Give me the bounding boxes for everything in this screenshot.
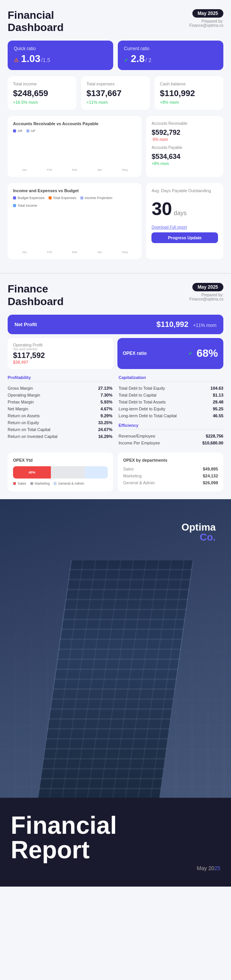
quick-ratio-value: ⚠ 1.03 /1.5 xyxy=(14,53,107,65)
ap-section: Accounts Payable $534,634 +8% mom xyxy=(151,145,218,166)
ar-charts-row: Accounts Receivable vs Accounts Payable … xyxy=(8,116,223,177)
dept-row: General & Admin$26,098 xyxy=(123,479,218,486)
opex-legend: SalesMarketingGeneral & Admin xyxy=(13,482,108,485)
legend-dot xyxy=(30,482,33,485)
op-sublabel: Tax and interest xyxy=(13,347,108,351)
header-right: May 2025 Prepared by: Finance@optima.co xyxy=(189,9,223,28)
efficiency-title: Efficiency xyxy=(119,423,223,430)
kpi-change: +11% mom xyxy=(86,100,145,105)
kpi-card: Total income $248,659 +16.5% mom xyxy=(8,76,76,110)
quick-ratio-label: Quick ratio xyxy=(14,46,107,51)
section2-date-badge: May 2025 xyxy=(192,283,223,291)
net-profit-value: $110,992 xyxy=(156,320,188,328)
section2-header: Finance Dashboard May 2025 Prepared by: … xyxy=(8,283,223,307)
row-label: Total Debt to Total Assets xyxy=(119,400,166,404)
kpi-value: $137,667 xyxy=(86,88,145,98)
kpi-label: Total expenses xyxy=(86,82,145,86)
legend-dot xyxy=(13,482,16,485)
income-legend: Budget ExpensesTotal ExpensesIncome Proj… xyxy=(13,196,136,207)
profitability-rows: Gross Margin27.13%Operating Margin7.30%P… xyxy=(8,385,112,440)
row-value: 16.29% xyxy=(98,434,112,439)
ap-value: $534,634 xyxy=(151,153,218,161)
report-title: Financial Report xyxy=(11,813,220,862)
legend-item: General & Admin xyxy=(54,482,84,485)
dept-rows: Sales$49,895Marketing$24,132General & Ad… xyxy=(123,466,218,486)
row-value: 4.67% xyxy=(101,407,112,411)
row-label: Long-term Debt to Total Capital xyxy=(119,413,177,418)
quick-ratio-card: Quick ratio ⚠ 1.03 /1.5 xyxy=(8,41,113,70)
section2: Finance Dashboard May 2025 Prepared by: … xyxy=(0,274,231,499)
row-value: 46.55 xyxy=(213,413,223,418)
table-row: Income Per Employee$10,680.00 xyxy=(119,439,223,446)
table-row: Revenue/Employee$228,756 xyxy=(119,433,223,439)
ap-change: +8% mom xyxy=(151,162,218,166)
section4: Financial Report May 2025 xyxy=(0,798,231,887)
ar-bar-chart xyxy=(13,136,136,167)
avg-days-title: Avg. Days Payable Outstanding xyxy=(151,188,218,193)
opex-ytd-card: OPEX Ytd 40% SalesMarketingGeneral & Adm… xyxy=(8,452,113,492)
row-value: 7.30% xyxy=(101,393,112,397)
legend-dot xyxy=(13,196,16,199)
legend-item: Total Income xyxy=(13,204,37,207)
ar-chart-title: Accounts Receivable vs Accounts Payable xyxy=(13,121,136,126)
x-label: Jan xyxy=(13,250,36,254)
ar-values-card: Accounts Receivable $592,792 -5% mom Acc… xyxy=(146,116,223,177)
row-value: 24.67% xyxy=(98,427,112,432)
cap-title: Capitalization xyxy=(119,375,223,382)
opex-bar-seg xyxy=(51,466,85,479)
section2-header-right: May 2025 Prepared by: Finance@optima.co xyxy=(189,283,223,301)
net-profit-bar: Net Profit $110,992 +11% mom xyxy=(8,315,223,334)
x-label: Feb xyxy=(38,250,61,254)
x-label: Mar xyxy=(63,250,86,254)
current-ratio-card: Current ratio ✓ 2.8 / 2 xyxy=(118,41,223,70)
legend-label: General & Admin xyxy=(58,482,84,485)
avg-days-card: Avg. Days Payable Outstanding 30 days Do… xyxy=(146,183,223,259)
opex-ratio-number: 68% xyxy=(197,347,218,359)
kpi-change: +8% mom xyxy=(160,100,218,105)
current-ratio-denom: / 2 xyxy=(145,57,151,63)
row-label: Net Margin xyxy=(8,407,28,411)
x-label: Jan xyxy=(13,168,36,172)
opex-ytd-title: OPEX Ytd xyxy=(13,458,108,462)
opex-ratio-value: ✓ 68% xyxy=(188,347,218,359)
row-value: $1.13 xyxy=(213,393,223,397)
kpi-card: Cash balance $110,992 +8% mom xyxy=(155,76,223,110)
income-x-labels: JanFebMarAprMay xyxy=(13,250,136,254)
current-ratio-number: 2.8 xyxy=(131,53,145,65)
table-row: Total Debt to Capital$1.13 xyxy=(119,392,223,399)
dept-val: $26,098 xyxy=(203,480,218,485)
cap-col: Capitalization Total Debt to Total Equit… xyxy=(119,375,223,446)
ar-value: $592,792 xyxy=(151,129,218,137)
avg-days-big: 30 xyxy=(151,199,172,219)
opex-bar-seg: 40% xyxy=(13,466,51,479)
ar-change: -5% mom xyxy=(151,137,218,142)
row-label: Total Debt to Capital xyxy=(119,393,156,397)
download-link[interactable]: Download Full report xyxy=(151,225,218,229)
dept-row: Marketing$24,132 xyxy=(123,472,218,479)
row-label: Total Debt to Total Equity xyxy=(119,386,165,390)
table-row: Operating Margin7.30% xyxy=(8,392,112,399)
row-value: $10,680.00 xyxy=(202,441,223,445)
row-label: Return on Assets xyxy=(8,413,40,418)
table-row: Long-term Debt to Equity95.25 xyxy=(119,405,223,412)
legend-label: Total Expenses xyxy=(53,196,76,200)
kpi-label: Total income xyxy=(13,82,71,86)
table-row: Long-term Debt to Total Capital46.55 xyxy=(119,412,223,419)
report-date-row: May 2025 xyxy=(11,865,220,871)
current-ratio-value: ✓ 2.8 / 2 xyxy=(124,53,217,65)
brand-logo: Optima Co. xyxy=(181,522,216,542)
table-row: Return on Invested Capital16.29% xyxy=(8,433,112,440)
avg-days-value-wrap: 30 days xyxy=(151,200,218,218)
kpi-label: Cash balance xyxy=(160,82,218,86)
opex-dept-card: OPEX by departments Sales$49,895Marketin… xyxy=(118,452,223,492)
table-row: Pretax Margin5.93% xyxy=(8,399,112,405)
profitability-col: Profitability Gross Margin27.13%Operatin… xyxy=(8,375,112,446)
operating-profit-card: Operating Profit Tax and interest $117,5… xyxy=(8,338,114,369)
ap-label: Accounts Payable xyxy=(151,145,218,150)
row-label: Return on Total Capital xyxy=(8,427,50,432)
quick-ratio-number: 1.03 xyxy=(21,53,41,65)
progress-update-button[interactable]: Progress Update xyxy=(151,232,218,243)
dept-row: Sales$49,895 xyxy=(123,466,218,472)
x-label: May xyxy=(114,168,137,172)
table-row: Net Margin4.67% xyxy=(8,405,112,412)
